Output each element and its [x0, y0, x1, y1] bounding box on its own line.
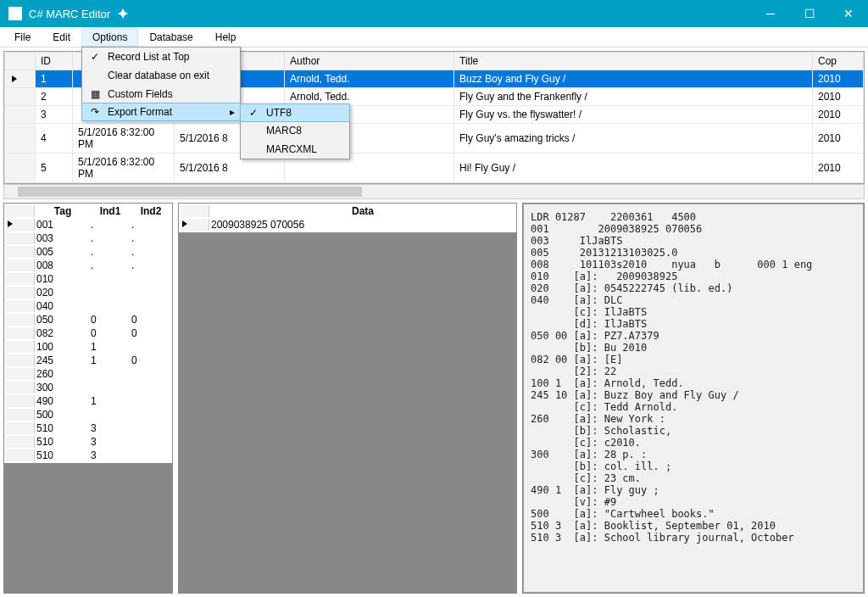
window-title: C# MARC Editor	[29, 8, 110, 20]
tag-row[interactable]: 1001	[6, 341, 170, 353]
menubar: File Edit Options Database Help ✓ Record…	[0, 27, 868, 47]
tag-row[interactable]: 010	[6, 273, 170, 285]
tag-row[interactable]: 001..	[6, 219, 170, 231]
pin-icon[interactable]	[110, 8, 136, 19]
titlebar: C# MARC Editor ─ ☐ ✕	[0, 0, 868, 27]
marc-panel: LDR 01287 2200361 4500 001 2009038925 07…	[522, 203, 865, 594]
records-scrollbar[interactable]	[3, 184, 865, 199]
data-panel[interactable]: Data 2009038925 070056	[178, 203, 517, 594]
menu-database[interactable]: Database	[138, 27, 203, 47]
tag-row[interactable]: 05000	[6, 314, 170, 326]
tag-row[interactable]: 040	[6, 300, 170, 312]
tag-row[interactable]: 500	[6, 409, 170, 421]
chevron-right-icon: ▸	[230, 106, 235, 118]
tags-panel[interactable]: TagInd1Ind2 001.. 003.. 005.. 008.. 010 …	[3, 203, 173, 594]
menu-edit[interactable]: Edit	[42, 27, 81, 47]
export-icon: ↷	[82, 106, 108, 118]
minimize-button[interactable]: ─	[751, 0, 790, 27]
export-marcxml[interactable]: MARCXML	[241, 140, 349, 159]
maximize-button[interactable]: ☐	[790, 0, 829, 27]
app-icon	[8, 7, 22, 20]
close-button[interactable]: ✕	[829, 0, 868, 27]
menu-help[interactable]: Help	[204, 27, 248, 47]
export-format-submenu: ✓ UTF8 MARC8 MARCXML	[240, 103, 350, 159]
check-icon: ✓	[82, 51, 108, 63]
tag-row[interactable]: 24510	[6, 354, 170, 366]
record-row[interactable]: 55/1/2016 8:32:00 PM5/1/2016 8Hi! Fly Gu…	[5, 153, 864, 183]
tag-row[interactable]: 260	[6, 368, 170, 380]
option-record-list-top[interactable]: ✓ Record List at Top	[82, 47, 240, 66]
tag-row[interactable]: 020	[6, 287, 170, 298]
export-marc8[interactable]: MARC8	[241, 121, 349, 140]
tag-row[interactable]: 5103	[6, 449, 170, 461]
export-utf8[interactable]: ✓ UTF8	[240, 103, 350, 122]
tag-row[interactable]: 5103	[6, 422, 170, 434]
tag-row[interactable]: 08200	[6, 327, 170, 339]
marc-text[interactable]: LDR 01287 2200361 4500 001 2009038925 07…	[523, 204, 864, 593]
menu-file[interactable]: File	[3, 27, 42, 47]
record-row[interactable]: 45/1/2016 8:32:00 PM5/1/2016 8Fly Guy's …	[5, 124, 864, 153]
grid-icon: ▦	[82, 88, 108, 100]
menu-options[interactable]: Options	[81, 27, 138, 47]
option-clear-db[interactable]: Clear database on exit	[82, 66, 240, 85]
tag-row[interactable]: 005..	[6, 246, 170, 258]
tag-row[interactable]: 4901	[6, 395, 170, 407]
option-export-format[interactable]: ↷ Export Format ▸	[81, 103, 241, 121]
tag-row[interactable]: 5103	[6, 436, 170, 448]
check-icon: ✓	[241, 107, 266, 119]
tag-row[interactable]: 300	[6, 382, 170, 393]
options-dropdown: ✓ Record List at Top Clear database on e…	[81, 47, 241, 121]
tag-row[interactable]: 003..	[6, 232, 170, 244]
tag-row[interactable]: 008..	[6, 259, 170, 271]
data-row[interactable]: 2009038925 070056	[181, 219, 515, 231]
option-custom-fields[interactable]: ▦ Custom Fields	[82, 85, 240, 103]
